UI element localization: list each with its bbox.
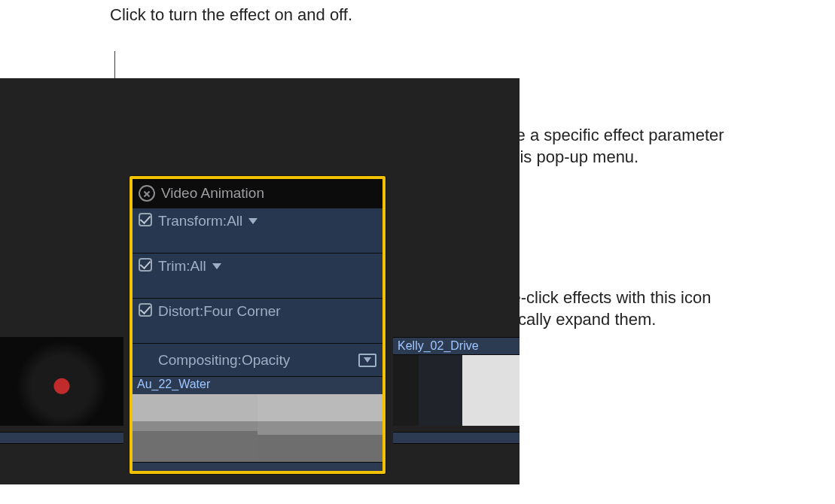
clip-thumbnail [0, 338, 123, 426]
chevron-down-icon[interactable] [212, 263, 221, 269]
timeline-rail [0, 432, 123, 444]
clip-name-label: Kelly_02_Drive [393, 338, 520, 355]
callout-toggle-effect: Click to turn the effect on and off. [110, 5, 352, 26]
effect-row-distort[interactable]: Distort:Four Corner [133, 298, 382, 343]
effect-enable-checkbox[interactable] [139, 213, 152, 226]
effect-label: Compositing:Opacity [158, 352, 290, 369]
effect-enable-checkbox[interactable] [139, 258, 152, 272]
effect-enable-checkbox[interactable] [139, 303, 152, 317]
clip-thumbnail [133, 394, 258, 462]
timeline-viewport: Kelly_02_Drive Video Animation Transform… [0, 78, 520, 484]
effect-label: Trim:All [158, 258, 206, 275]
timeline-clip[interactable] [0, 337, 123, 426]
video-animation-panel: Video Animation Transform:All Trim:All D… [130, 176, 386, 474]
panel-title: Video Animation [161, 185, 264, 202]
clip-thumbnail [258, 394, 382, 462]
timeline-rail [133, 462, 382, 471]
clip-thumbnail [393, 355, 520, 426]
panel-header: Video Animation [133, 179, 382, 208]
timeline-clip[interactable]: Kelly_02_Drive [393, 337, 520, 426]
effect-row-compositing[interactable]: Compositing:Opacity [133, 343, 382, 376]
close-icon[interactable] [139, 185, 155, 202]
timeline-rail [393, 432, 520, 444]
expand-icon[interactable] [358, 354, 376, 367]
clip-name-label: Au_22_Water [133, 376, 382, 394]
chevron-down-icon[interactable] [248, 218, 258, 224]
effect-row-trim[interactable]: Trim:All [133, 253, 382, 298]
clip-thumbnail-strip [133, 394, 382, 462]
effect-label: Distort:Four Corner [158, 303, 281, 320]
effect-label: Transform:All [158, 213, 242, 229]
effect-row-transform[interactable]: Transform:All [133, 208, 382, 253]
